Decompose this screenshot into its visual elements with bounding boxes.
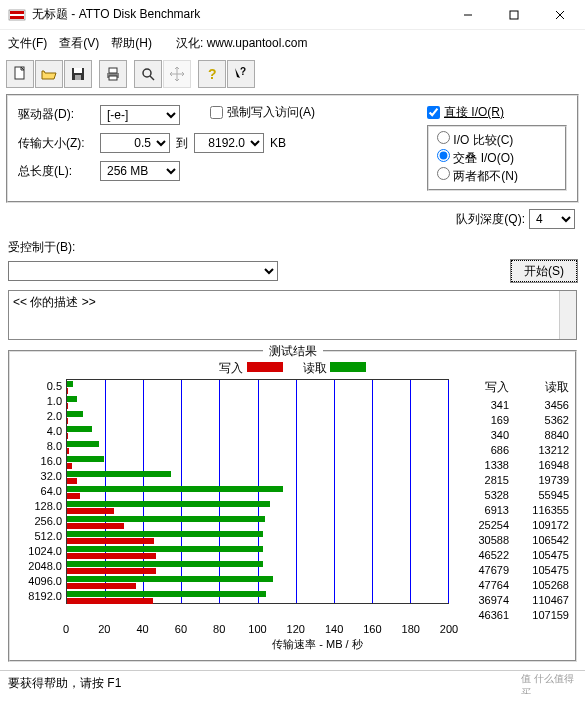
svg-rect-4 (510, 11, 518, 19)
maximize-button[interactable] (491, 0, 537, 30)
svg-rect-13 (109, 76, 117, 80)
svg-rect-0 (10, 11, 24, 14)
force-write-checkbox[interactable]: 强制写入访问(A) (210, 104, 315, 121)
menu-bar: 文件(F) 查看(V) 帮助(H) 汉化: www.upantool.com (0, 30, 585, 56)
description-textarea[interactable]: << 你的描述 >> (8, 290, 577, 340)
length-label: 总长度(L): (18, 163, 94, 180)
window-title: 无标题 - ATTO Disk Benchmark (32, 6, 445, 23)
svg-line-15 (150, 76, 154, 80)
chart-x-axis: 020406080100120140160180200 (66, 623, 569, 637)
help-button[interactable]: ? (198, 60, 226, 88)
io-mode-group: I/O 比较(C) 交叠 I/O(O) 两者都不(N) (427, 125, 567, 191)
svg-rect-9 (74, 68, 82, 73)
col-read-header: 读取 (509, 379, 569, 396)
controlled-by-label: 受控制于(B): (8, 239, 577, 256)
svg-text:?: ? (240, 66, 246, 77)
open-button[interactable] (35, 60, 63, 88)
menu-view[interactable]: 查看(V) (59, 35, 99, 52)
chart-area (66, 379, 449, 604)
queue-depth-label: 队列深度(Q): (456, 211, 525, 228)
menu-hanhua: 汉化: www.upantool.com (176, 35, 307, 52)
scrollbar[interactable] (559, 291, 576, 339)
print-button[interactable] (99, 60, 127, 88)
watermark: 值 什么值得买 (521, 672, 579, 692)
legend-write: 写入 (219, 360, 282, 377)
drive-label: 驱动器(D): (18, 106, 94, 123)
minimize-button[interactable] (445, 0, 491, 30)
status-text: 要获得帮助，请按 F1 (8, 676, 121, 690)
toolbar: ? ? (0, 56, 585, 90)
io-neither-radio[interactable]: 两者都不(N) (437, 167, 557, 185)
svg-rect-12 (109, 68, 117, 73)
start-button[interactable]: 开始(S) (511, 260, 577, 282)
menu-file[interactable]: 文件(F) (8, 35, 47, 52)
results-title: 测试结果 (263, 343, 323, 360)
move-button[interactable] (163, 60, 191, 88)
chart-y-labels: 0.51.02.04.08.016.032.064.0128.0256.0512… (16, 379, 66, 623)
svg-text:?: ? (208, 66, 217, 82)
settings-panel: 驱动器(D): [-e-] 强制写入访问(A) 传输大小(Z): 0.5 到 8… (6, 94, 579, 203)
zoom-button[interactable] (134, 60, 162, 88)
chart-x-label: 传输速率 - MB / 秒 (66, 637, 569, 652)
save-button[interactable] (64, 60, 92, 88)
svg-rect-1 (10, 16, 24, 19)
results-panel: 测试结果 写入 读取 0.51.02.04.08.016.032.064.012… (8, 350, 577, 662)
io-compare-radio[interactable]: I/O 比较(C) (437, 131, 557, 149)
to-label: 到 (176, 135, 188, 152)
col-write-header: 写入 (449, 379, 509, 396)
data-table: 3413456169536234088406861321213381694828… (449, 398, 569, 623)
menu-help[interactable]: 帮助(H) (111, 35, 152, 52)
context-help-button[interactable]: ? (227, 60, 255, 88)
close-button[interactable] (537, 0, 583, 30)
drive-select[interactable]: [-e-] (100, 105, 180, 125)
io-overlap-radio[interactable]: 交叠 I/O(O) (437, 149, 557, 167)
size-to-select[interactable]: 8192.0 (194, 133, 264, 153)
length-select[interactable]: 256 MB (100, 161, 180, 181)
direct-io-checkbox[interactable]: 直接 I/O(R) (427, 104, 567, 121)
svg-rect-10 (75, 75, 81, 80)
size-from-select[interactable]: 0.5 (100, 133, 170, 153)
controlled-by-select[interactable] (8, 261, 278, 281)
kb-label: KB (270, 136, 286, 150)
svg-point-14 (143, 69, 151, 77)
legend-read: 读取 (303, 360, 366, 377)
size-label: 传输大小(Z): (18, 135, 94, 152)
new-button[interactable] (6, 60, 34, 88)
queue-depth-select[interactable]: 4 (529, 209, 575, 229)
app-icon (8, 6, 26, 24)
